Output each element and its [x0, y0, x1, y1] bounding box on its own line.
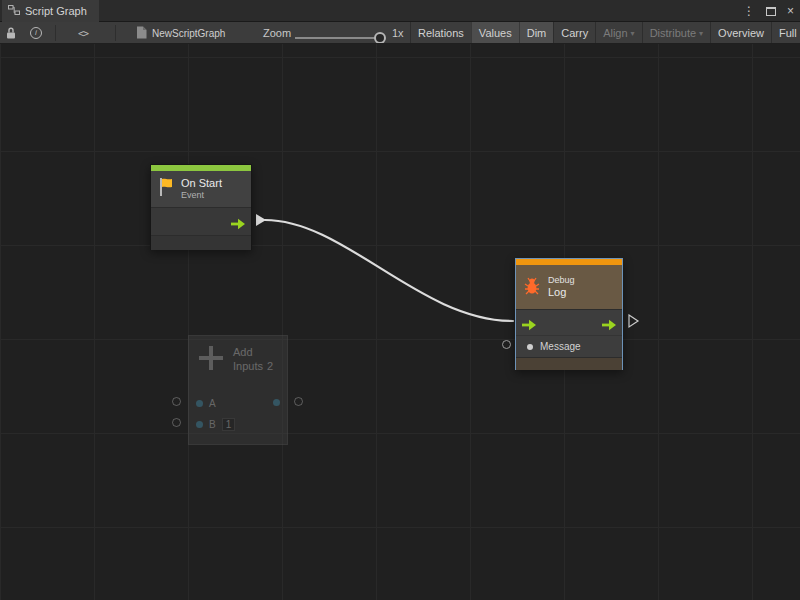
- toolbar-separator: [55, 25, 56, 41]
- distribute-button-label: Distribute: [650, 27, 696, 39]
- chevron-down-icon: ▾: [699, 29, 703, 38]
- fullscreen-button[interactable]: Full S: [771, 22, 800, 44]
- debug-header: Debug Log: [516, 265, 622, 309]
- edit-code-icon[interactable]: <>: [78, 22, 88, 44]
- graph-name-label: NewScriptGraph: [152, 28, 225, 39]
- zoom-slider-handle[interactable]: [374, 32, 386, 44]
- carry-button[interactable]: Carry: [553, 22, 595, 44]
- relations-button[interactable]: Relations: [410, 22, 471, 44]
- node-add-inputs-ghost[interactable]: Add Inputs 2 A B 1: [188, 335, 288, 445]
- on-start-title: On Start: [181, 177, 222, 190]
- flag-icon: [157, 176, 175, 202]
- on-start-footer: [151, 235, 251, 250]
- zoom-slider-track[interactable]: [295, 37, 385, 39]
- add-inputs-count: 2: [267, 360, 273, 372]
- control-wire[interactable]: [265, 220, 513, 321]
- graph-asset-field[interactable]: NewScriptGraph: [136, 22, 225, 44]
- titlebar: Script Graph ⋮ ×: [0, 0, 800, 22]
- info-icon-glyph: i: [30, 27, 42, 39]
- input-b-target-ring[interactable]: [172, 418, 181, 427]
- add-title-line1: Add: [233, 345, 263, 359]
- output-flow-arrow-icon: [629, 315, 638, 327]
- input-b-label: B: [209, 419, 216, 430]
- graph-toolbar: i <> NewScriptGraph Zoom 1x Relations Va…: [0, 22, 800, 44]
- script-graph-asset-icon: [136, 26, 147, 41]
- debug-category: Debug: [548, 275, 575, 286]
- message-port-ring[interactable]: [502, 340, 511, 349]
- overview-button[interactable]: Overview: [710, 22, 771, 44]
- message-port-label: Message: [540, 341, 581, 352]
- debug-message-row: Message: [516, 335, 622, 357]
- input-a-label: A: [209, 398, 216, 409]
- plus-icon: [199, 346, 223, 370]
- maximize-icon[interactable]: [766, 7, 776, 16]
- zoom-value: 1x: [392, 22, 404, 44]
- chevron-down-icon: ▾: [631, 29, 635, 38]
- toolbar-separator: [115, 25, 116, 41]
- zoom-label: Zoom: [263, 22, 291, 44]
- bug-icon: [522, 274, 542, 300]
- debug-output-port[interactable]: [601, 317, 617, 329]
- close-icon[interactable]: ×: [787, 4, 794, 18]
- kebab-menu-icon[interactable]: ⋮: [743, 4, 755, 18]
- input-b-port[interactable]: [196, 421, 203, 428]
- graph-canvas[interactable]: On Start Event: [0, 44, 800, 600]
- debug-port-row: [516, 309, 622, 335]
- script-graph-window: Script Graph ⋮ × i <>: [0, 0, 800, 600]
- input-b-value-field[interactable]: 1: [222, 418, 236, 431]
- dim-button[interactable]: Dim: [519, 22, 554, 44]
- align-button[interactable]: Align ▾: [595, 22, 641, 44]
- debug-input-port[interactable]: [521, 317, 537, 329]
- lock-icon[interactable]: [5, 22, 17, 44]
- input-a-port[interactable]: [196, 400, 203, 407]
- toolbar-buttons: Relations Values Dim Carry Align ▾ Distr…: [410, 22, 800, 44]
- add-input-b-row: B 1: [196, 417, 235, 431]
- add-input-a-row: A: [196, 396, 216, 410]
- info-icon[interactable]: i: [30, 22, 42, 44]
- on-start-port-row: [151, 207, 251, 235]
- align-button-label: Align: [603, 27, 627, 39]
- on-start-subtitle: Event: [181, 190, 222, 201]
- tab-title: Script Graph: [25, 5, 87, 17]
- values-button[interactable]: Values: [471, 22, 519, 44]
- debug-title: Log: [548, 286, 575, 299]
- connection-layer: [0, 44, 800, 600]
- add-node-title: Add Inputs: [233, 345, 263, 373]
- message-value-port[interactable]: [527, 344, 533, 350]
- graph-tab-icon: [8, 4, 20, 18]
- window-controls: ⋮ ×: [743, 0, 794, 22]
- on-start-output-port[interactable]: [230, 216, 246, 228]
- node-debug-log[interactable]: Debug Log: [515, 258, 623, 370]
- wire-source-arrow-icon: [256, 214, 266, 226]
- node-on-start[interactable]: On Start Event: [150, 164, 252, 250]
- add-output-target-ring[interactable]: [294, 397, 303, 406]
- input-a-target-ring[interactable]: [172, 397, 181, 406]
- add-title-line2: Inputs: [233, 359, 263, 373]
- distribute-button[interactable]: Distribute ▾: [642, 22, 710, 44]
- add-output-port[interactable]: [273, 399, 280, 406]
- tab-script-graph[interactable]: Script Graph: [2, 0, 99, 22]
- debug-footer: [516, 357, 622, 370]
- on-start-header: On Start Event: [151, 171, 251, 207]
